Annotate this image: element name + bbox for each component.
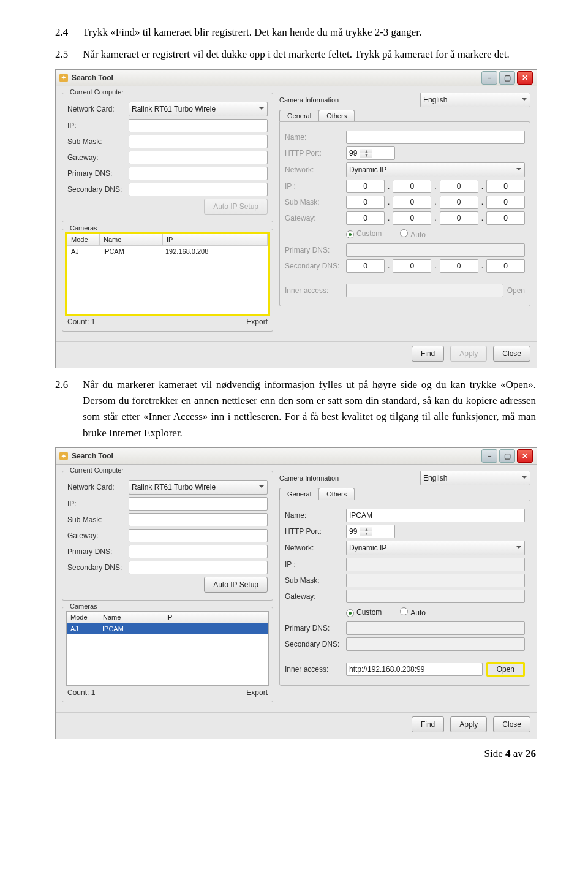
open-button[interactable]: Open [507,286,525,295]
name-input[interactable]: IPCAM [346,509,525,522]
sdns-input[interactable] [129,183,268,196]
network-card-select[interactable]: Ralink RT61 Turbo Wirele [129,480,268,495]
seg[interactable]: 0 [393,259,431,273]
close-button[interactable]: Close [493,716,530,732]
pdns-input[interactable] [129,545,268,558]
group-label: Cameras [67,602,100,610]
col-ip[interactable]: IP [163,234,268,245]
auto-ip-setup-button[interactable]: Auto IP Setup [204,199,268,215]
seg[interactable]: 0 [346,180,385,193]
spinner-icon[interactable]: ▲▼ [360,149,372,158]
label: Secondary DNS: [285,262,346,270]
export-label[interactable]: Export [246,688,268,697]
col-name[interactable]: Name [99,612,162,623]
ip-field[interactable]: 0.0.0.0 [346,180,525,193]
tab-others[interactable]: Others [318,488,355,500]
submask-field[interactable]: 0.0.0.0 [346,196,525,209]
gateway-field[interactable]: 0.0.0.0 [346,211,525,225]
radio-auto[interactable]: Auto [400,607,426,617]
seg[interactable]: 0 [486,259,525,273]
seg[interactable]: 0 [346,211,385,225]
seg[interactable]: 0 [440,259,478,273]
seg[interactable]: 0 [393,180,431,193]
label: Auto [410,609,426,617]
network-select[interactable]: Dynamic IP [346,162,525,177]
radio-auto[interactable]: Auto [400,229,426,239]
inner-access-input[interactable]: http://192.168.0.208:99 [346,663,483,676]
group-label: Cameras [67,224,100,232]
radio-custom[interactable]: Custom [346,229,382,238]
find-button[interactable]: Find [412,716,444,732]
value: 99 [349,527,357,536]
cameras-list[interactable]: Mode Name IP AJ IPCAM [66,611,269,686]
seg[interactable]: 0 [440,196,478,209]
seg[interactable]: 0 [440,211,478,225]
camera-row[interactable]: AJ IPCAM 192.168.0.208 [67,246,268,257]
ip-input[interactable] [129,119,268,132]
col-mode[interactable]: Mode [67,234,100,245]
export-label[interactable]: Export [246,317,268,326]
cell: IPCAM [99,623,161,634]
auto-ip-setup-button[interactable]: Auto IP Setup [204,577,268,593]
name-input[interactable] [346,131,525,144]
cameras-list[interactable]: Mode Name IP AJ IPCAM 192.168.0.208 [67,234,268,314]
language-select[interactable]: English [420,471,530,485]
cameras-group: Cameras Mode Name IP AJ IPCAM [62,607,273,702]
tab-general[interactable]: General [279,110,319,121]
col-name[interactable]: Name [100,234,163,245]
seg[interactable]: 0 [346,196,385,209]
minimize-button[interactable]: – [481,71,497,85]
find-button[interactable]: Find [412,346,444,362]
open-button[interactable]: Open [486,662,525,677]
seg[interactable]: 0 [393,211,431,225]
seg[interactable]: 0 [393,196,431,209]
radio-custom[interactable]: Custom [346,608,382,617]
label: Gateway: [285,592,346,601]
seg[interactable]: 0 [346,259,385,273]
network-card-select[interactable]: Ralink RT61 Turbo Wirele [129,102,268,116]
submask-input[interactable] [129,513,268,526]
close-window-button[interactable]: ✕ [517,449,533,463]
maximize-button[interactable]: ▢ [499,71,515,85]
tab-others[interactable]: Others [318,110,355,121]
seg[interactable]: 0 [486,211,525,225]
pdns-r-input [346,243,525,257]
window-title: Search Tool [72,452,480,460]
tab-general[interactable]: General [279,488,319,500]
current-computer-group: Current Computer Network Card:Ralink RT6… [62,471,273,601]
close-window-button[interactable]: ✕ [517,71,533,85]
minimize-button[interactable]: – [481,449,497,463]
ip-input[interactable] [129,497,268,511]
list-header: Mode Name IP [67,612,268,623]
sdns-field[interactable]: 0.0.0.0 [346,259,525,273]
camera-row[interactable]: AJ IPCAM [67,623,268,634]
gateway-input[interactable] [129,151,268,164]
language-select[interactable]: English [420,93,530,107]
sdns-input[interactable] [129,561,268,574]
col-ip[interactable]: IP [162,612,268,623]
seg[interactable]: 0 [486,180,525,193]
seg[interactable]: 0 [486,196,525,209]
network-select[interactable]: Dynamic IP [346,541,525,555]
titlebar: ✦ Search Tool – ▢ ✕ [56,70,537,86]
list-header: Mode Name IP [67,234,268,246]
apply-button[interactable]: Apply [450,716,487,732]
seg[interactable]: 0 [440,180,478,193]
pdns-input[interactable] [129,167,268,180]
label: Sub Mask: [67,515,129,524]
gateway-input[interactable] [129,529,268,542]
label: Gateway: [67,531,129,540]
dot-icon: . [434,180,437,193]
col-mode[interactable]: Mode [67,612,99,623]
count-label: Count: 1 [67,317,95,326]
apply-button[interactable]: Apply [450,346,487,362]
dot-icon: . [434,196,437,209]
http-port-input[interactable]: 99▲▼ [346,146,395,160]
http-port-input[interactable]: 99▲▼ [346,525,395,538]
label: Primary DNS: [67,547,129,556]
close-button[interactable]: Close [493,346,530,362]
spinner-icon[interactable]: ▲▼ [360,527,372,536]
maximize-button[interactable]: ▢ [499,449,515,463]
label: Network: [285,165,346,174]
submask-input[interactable] [129,135,268,148]
